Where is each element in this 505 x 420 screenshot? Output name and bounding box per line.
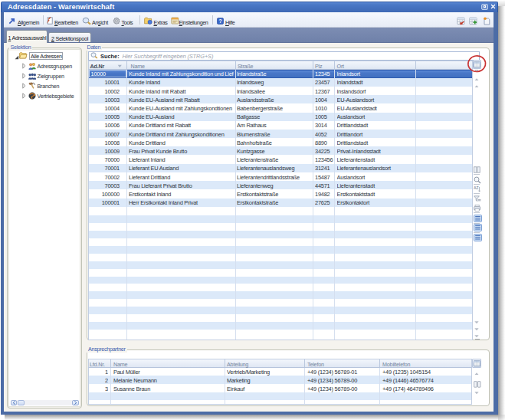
svg-text:AZ: AZ bbox=[474, 186, 479, 190]
svg-text:?: ? bbox=[218, 18, 221, 23]
